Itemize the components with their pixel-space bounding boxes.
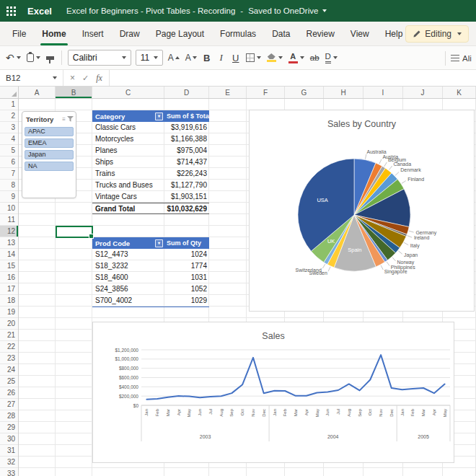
row-header-26[interactable]: 26 [0, 387, 18, 399]
row-header-16[interactable]: 16 [0, 272, 18, 283]
row-header-21[interactable]: 21 [0, 330, 18, 341]
pivot-cell[interactable]: 1774 [164, 260, 209, 272]
pivot-header-cell[interactable]: Category▾ [92, 110, 164, 122]
ribbon-tab-formulas[interactable]: Formulas [212, 22, 264, 45]
row-header-11[interactable]: 11 [0, 214, 18, 226]
column-header-K[interactable]: K [443, 87, 476, 98]
pivot-filter-icon[interactable]: ▾ [155, 239, 163, 247]
ribbon-tab-data[interactable]: Data [264, 22, 298, 45]
row-header-9[interactable]: 9 [0, 191, 18, 203]
row-header-24[interactable]: 24 [0, 364, 18, 376]
row-header-29[interactable]: 29 [0, 422, 18, 433]
row-header-33[interactable]: 33 [0, 468, 18, 476]
borders-button[interactable] [243, 49, 264, 66]
row-header-27[interactable]: 27 [0, 399, 18, 410]
slicer-item-japan[interactable]: Japan [25, 150, 74, 159]
pivot-cell[interactable]: Ships [92, 157, 164, 168]
pivot-cell[interactable]: 1029 [164, 295, 209, 307]
underline-button[interactable]: U [229, 49, 243, 66]
selected-cell-B12[interactable] [56, 226, 93, 238]
select-all-corner[interactable] [0, 87, 19, 98]
row-header-6[interactable]: 6 [0, 157, 18, 168]
row-header-4[interactable]: 4 [0, 133, 18, 145]
row-header-12[interactable]: 12 [0, 226, 18, 237]
column-header-D[interactable]: D [164, 87, 209, 98]
pivot-cell[interactable]: S700_4002 [92, 295, 164, 307]
pivot-filter-icon[interactable]: ▾ [155, 113, 163, 120]
pivot-cell[interactable]: Trucks and Buses [92, 180, 164, 191]
editing-mode-button[interactable]: Editing [405, 25, 469, 43]
italic-button[interactable]: I [214, 49, 229, 66]
ribbon-tab-file[interactable]: File [4, 22, 34, 45]
column-header-J[interactable]: J [403, 87, 443, 98]
pivot-cell[interactable]: 1052 [164, 283, 209, 295]
row-header-1[interactable]: 1 [0, 99, 18, 110]
row-header-28[interactable]: 28 [0, 410, 18, 422]
pie-chart-object[interactable]: Sales by Country AustraliaAustriaBelgium… [249, 110, 475, 312]
column-header-F[interactable]: F [247, 87, 285, 98]
column-header-E[interactable]: E [209, 87, 247, 98]
pivot-table-category[interactable]: Category▾Sum of $ TotalClassic Cars$3,91… [92, 110, 209, 214]
column-header-I[interactable]: I [363, 87, 403, 98]
font-color-button[interactable]: A [286, 49, 307, 66]
font-size-select[interactable]: 11 [136, 50, 163, 66]
pivot-cell[interactable]: S24_3856 [92, 283, 164, 295]
row-header-2[interactable]: 2 [0, 110, 18, 122]
row-header-5[interactable]: 5 [0, 145, 18, 157]
row-header-17[interactable]: 17 [0, 283, 18, 295]
ribbon-tab-draw[interactable]: Draw [112, 22, 148, 45]
pivot-cell[interactable]: Planes [92, 145, 164, 157]
row-header-31[interactable]: 31 [0, 445, 18, 457]
format-painter-button[interactable] [43, 49, 58, 66]
ribbon-tab-review[interactable]: Review [298, 22, 342, 45]
pivot-cell[interactable]: $714,437 [164, 157, 209, 168]
insert-function-icon[interactable]: fx [96, 73, 102, 84]
font-name-select[interactable]: Calibri [68, 50, 131, 66]
pivot-cell[interactable]: $226,243 [164, 168, 209, 180]
double-underline-button[interactable]: D [322, 49, 340, 66]
line-chart-object[interactable]: Sales $0$200,000$400,000$600,000$800,000… [92, 322, 454, 463]
paste-button[interactable] [24, 49, 43, 66]
pivot-cell[interactable]: Motorcycles [92, 133, 164, 145]
row-header-20[interactable]: 20 [0, 318, 18, 330]
pivot-cell[interactable]: S18_3232 [92, 260, 164, 272]
row-header-22[interactable]: 22 [0, 341, 18, 353]
ribbon-tab-page-layout[interactable]: Page Layout [148, 22, 212, 45]
undo-button[interactable]: ↶ [3, 49, 24, 66]
pivot-cell[interactable]: Trains [92, 168, 164, 180]
row-header-15[interactable]: 15 [0, 260, 18, 272]
pivot-cell[interactable]: 1031 [164, 272, 209, 283]
slicer-item-na[interactable]: NA [25, 162, 74, 171]
pivot-cell[interactable]: $1,166,388 [164, 133, 209, 145]
row-header-8[interactable]: 8 [0, 180, 18, 191]
pivot-cell[interactable]: Classic Cars [92, 122, 164, 133]
pivot-cell[interactable]: 1024 [164, 249, 209, 260]
name-box[interactable]: B12 [0, 70, 63, 86]
app-launcher-icon[interactable] [0, 0, 22, 22]
row-header-3[interactable]: 3 [0, 122, 18, 133]
pivot-cell[interactable]: $3,919,616 [164, 122, 209, 133]
row-header-18[interactable]: 18 [0, 295, 18, 307]
ribbon-tab-insert[interactable]: Insert [74, 22, 112, 45]
pivot-cell[interactable]: S18_4600 [92, 272, 164, 283]
column-header-A[interactable]: A [19, 87, 56, 98]
row-header-7[interactable]: 7 [0, 168, 18, 180]
territory-slicer[interactable]: Territory ≡ APACEMEAJapanNA [22, 111, 76, 198]
pivot-header-cell[interactable]: Sum of Qty [164, 237, 209, 249]
pivot-total-cell[interactable]: $10,032,629 [164, 203, 209, 213]
pivot-cell[interactable]: $975,004 [164, 145, 209, 157]
row-header-30[interactable]: 30 [0, 433, 18, 445]
grow-font-button[interactable]: A [165, 49, 182, 66]
cells-area[interactable]: Territory ≡ APACEMEAJapanNA Category▾Sum… [19, 99, 476, 476]
ribbon-tab-view[interactable]: View [343, 22, 377, 45]
row-header-14[interactable]: 14 [0, 249, 18, 260]
formula-input[interactable] [110, 70, 476, 86]
pivot-total-cell[interactable]: Grand Total [92, 203, 164, 213]
document-title[interactable]: Excel for Beginners - Pivot Tables - Rec… [66, 6, 235, 15]
shrink-font-button[interactable]: A [182, 49, 200, 66]
slicer-item-apac[interactable]: APAC [25, 127, 74, 136]
pivot-cell[interactable]: $1,903,151 [164, 191, 209, 203]
slicer-multiselect-icon[interactable]: ≡ [62, 117, 66, 123]
sales-line-series[interactable] [146, 355, 444, 400]
alignment-group[interactable]: Ali [441, 46, 476, 70]
